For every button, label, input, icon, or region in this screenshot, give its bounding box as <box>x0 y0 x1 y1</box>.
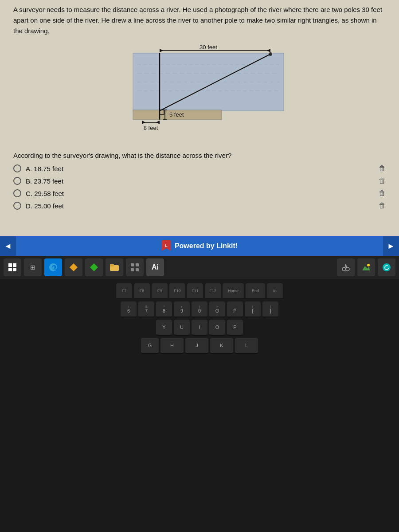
number-row: / 6 & 7 * 8 ( 9 ) 0 <box>4 301 395 317</box>
svg-rect-23 <box>8 263 12 267</box>
svg-text:5 feet: 5 feet <box>169 111 184 118</box>
task-view-button[interactable]: ⊞ <box>24 258 42 276</box>
key-9[interactable]: ( 9 <box>174 301 190 317</box>
windows-start-button[interactable] <box>4 258 21 276</box>
folder-icon <box>110 263 119 272</box>
key-u[interactable]: U <box>174 320 190 336</box>
svg-rect-32 <box>136 263 139 266</box>
svg-rect-33 <box>131 268 134 271</box>
choice-a-label: A. 18.75 feet <box>26 165 63 172</box>
keyboard-area: F7 F8 F9 F10 F11 F12 Home End In / 6 & 7… <box>0 279 399 359</box>
svg-line-38 <box>346 264 347 268</box>
key-bracket-close[interactable]: { [ <box>245 301 261 317</box>
svg-point-40 <box>367 264 370 266</box>
radio-a[interactable] <box>13 164 21 172</box>
prev-button[interactable]: ◄ <box>0 236 16 256</box>
svg-rect-25 <box>8 268 12 271</box>
key-i[interactable]: I <box>192 320 207 336</box>
sub-question: According to the surveyor's drawing, wha… <box>13 152 386 159</box>
key-h[interactable]: H <box>160 338 184 354</box>
spacer <box>0 223 399 236</box>
svg-text:30 feet: 30 feet <box>200 44 217 51</box>
key-y[interactable]: Y <box>156 320 172 336</box>
question-content: A surveyor needs to measure the distance… <box>0 0 399 223</box>
trash-icon-d[interactable]: 🗑 <box>379 202 386 210</box>
trash-icon-a[interactable]: 🗑 <box>379 164 386 172</box>
choice-c-row[interactable]: C. 29.58 feet 🗑 <box>13 189 386 197</box>
next-button[interactable]: ► <box>383 236 399 256</box>
svg-rect-24 <box>13 263 16 267</box>
key-j[interactable]: J <box>185 338 208 354</box>
linkit-icon: L <box>161 240 171 252</box>
choice-b-row[interactable]: B. 23.75 feet 🗑 <box>13 177 386 185</box>
snipping-tool-button[interactable] <box>337 258 355 276</box>
key-slash[interactable]: / 6 <box>121 301 137 317</box>
drawing-container: 30 feet 5 feet 8 feet <box>13 44 386 144</box>
edge-browser-button[interactable] <box>44 258 62 276</box>
choice-d-label: D. 25.00 feet <box>26 202 64 210</box>
svg-text:8 feet: 8 feet <box>144 125 158 131</box>
svg-text:L: L <box>165 243 168 248</box>
green-app-button[interactable] <box>85 258 103 276</box>
edge-dev-button[interactable] <box>378 258 395 276</box>
svg-marker-27 <box>70 263 78 271</box>
windows-taskbar: ⊞ Ai <box>0 256 399 279</box>
radio-b[interactable] <box>13 177 21 185</box>
key-f12[interactable]: F12 <box>205 283 221 299</box>
svg-rect-30 <box>110 264 114 266</box>
key-7[interactable]: & 7 <box>138 301 154 317</box>
svg-marker-20 <box>156 121 160 124</box>
radio-c[interactable] <box>13 189 21 197</box>
anki-button[interactable] <box>65 258 82 276</box>
trash-icon-b[interactable]: 🗑 <box>379 177 386 185</box>
choice-a-row[interactable]: A. 18.75 feet 🗑 <box>13 164 386 172</box>
key-g[interactable]: G <box>141 338 159 354</box>
key-p-letter[interactable]: P <box>227 320 243 336</box>
trash-icon-c[interactable]: 🗑 <box>379 189 386 197</box>
qwerty-row: Y U I O P <box>4 320 395 336</box>
svg-marker-28 <box>90 263 98 271</box>
key-end[interactable]: End <box>246 283 265 299</box>
choice-d-row[interactable]: D. 25.00 feet 🗑 <box>13 202 386 210</box>
ai-app-button[interactable]: Ai <box>146 258 164 276</box>
svg-marker-8 <box>267 49 270 52</box>
key-k[interactable]: K <box>210 338 233 354</box>
key-ins[interactable]: In <box>267 283 283 299</box>
key-p[interactable]: > O <box>209 301 225 317</box>
key-f8[interactable]: F8 <box>134 283 150 299</box>
scissors-icon <box>341 262 351 272</box>
key-8[interactable]: * 8 <box>156 301 172 317</box>
svg-marker-19 <box>142 121 145 124</box>
key-l[interactable]: L <box>235 338 258 354</box>
bottom-row: G H J K L <box>4 338 395 354</box>
key-f9[interactable]: F9 <box>152 283 168 299</box>
linkit-taskbar: ◄ L Powered by Linkit! ► <box>0 236 399 256</box>
key-0[interactable]: ) 0 <box>192 301 207 317</box>
key-bracket-open[interactable]: _ P <box>227 301 243 317</box>
powered-by-label: Powered by Linkit! <box>175 242 238 250</box>
key-home[interactable]: Home <box>223 283 244 299</box>
radio-d[interactable] <box>13 202 21 210</box>
question-intro: A surveyor needs to measure the distance… <box>13 4 386 36</box>
anki-icon <box>69 262 78 272</box>
app-grid-button[interactable] <box>126 258 144 276</box>
svg-rect-0 <box>133 53 284 111</box>
photos-icon <box>361 262 371 272</box>
key-f7[interactable]: F7 <box>116 283 132 299</box>
photos-button[interactable] <box>357 258 375 276</box>
svg-rect-34 <box>136 268 139 271</box>
key-backslash[interactable]: } ] <box>262 301 278 317</box>
drawing-svg: 30 feet 5 feet 8 feet <box>106 44 293 144</box>
river-diagram: 30 feet 5 feet 8 feet <box>106 44 293 142</box>
svg-marker-39 <box>362 266 370 270</box>
fn-key-row: F7 F8 F9 F10 F11 F12 Home End In <box>4 283 395 299</box>
key-f10[interactable]: F10 <box>169 283 185 299</box>
choice-b-label: B. 23.75 feet <box>26 177 63 185</box>
files-button[interactable] <box>106 258 123 276</box>
answer-section: According to the surveyor's drawing, wha… <box>13 152 386 210</box>
green-diamond-icon <box>89 262 99 272</box>
key-f11[interactable]: F11 <box>187 283 203 299</box>
svg-rect-31 <box>131 263 134 266</box>
key-o-letter[interactable]: O <box>209 320 225 336</box>
powered-by-section: L Powered by Linkit! <box>161 240 238 252</box>
